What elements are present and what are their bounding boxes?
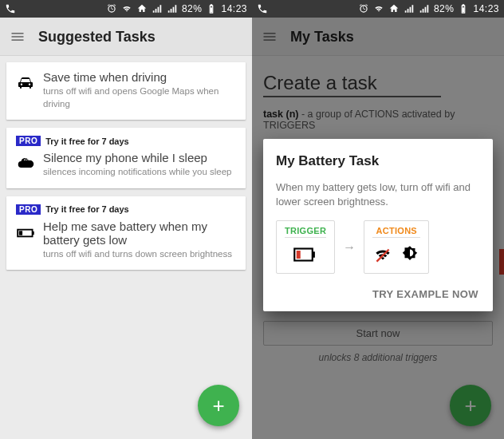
pro-text: Try it free for 7 days <box>45 204 129 214</box>
svg-rect-0 <box>211 7 212 12</box>
content: Save time when driving turns off wifi an… <box>0 56 252 284</box>
phone-right: 82% 14:23 My Tasks Create a task task (n… <box>252 0 504 439</box>
wifi-off-icon <box>372 244 393 265</box>
pro-badge: PRO <box>16 204 41 215</box>
status-bar: 82% 14:23 <box>252 0 504 18</box>
status-left <box>5 3 16 14</box>
battery-pct: 82% <box>434 3 455 14</box>
svg-rect-2 <box>12 36 24 38</box>
wifi-icon <box>121 3 132 14</box>
battery-pct: 82% <box>182 3 203 14</box>
svg-rect-14 <box>297 251 301 259</box>
status-left <box>257 3 268 14</box>
signal-icon <box>152 3 163 14</box>
page-title: Suggested Tasks <box>38 29 156 45</box>
dialog-boxes: TRIGGER → ACTIONS <box>276 220 480 274</box>
task-title: Help me save battery when my battery get… <box>43 220 236 247</box>
dialog-title: My Battery Task <box>276 153 480 169</box>
wifi-icon <box>373 3 384 14</box>
example-dialog: My Battery Task When my battery gets low… <box>263 139 493 311</box>
signal2-icon <box>167 3 178 14</box>
try-example-button[interactable]: TRY EXAMPLE NOW <box>276 282 480 303</box>
arrow-icon: → <box>343 240 356 255</box>
brightness-icon <box>400 244 420 265</box>
trigger-label: TRIGGER <box>285 226 326 238</box>
call-icon <box>257 3 268 14</box>
pro-text: Try it free for 7 days <box>45 136 129 146</box>
svg-rect-7 <box>19 231 22 235</box>
task-sub: turns off wifi and opens Google Maps whe… <box>43 85 236 110</box>
signal-icon <box>404 3 415 14</box>
battery-low-icon <box>16 220 43 261</box>
svg-rect-3 <box>12 39 24 41</box>
car-icon <box>16 70 43 110</box>
status-right: 82% 14:23 <box>358 3 499 14</box>
task-card-driving[interactable]: Save time when driving turns off wifi an… <box>6 62 246 120</box>
menu-icon[interactable] <box>10 29 26 45</box>
dialog-desc: When my battery gets low, turn off wifi … <box>276 180 480 209</box>
signal2-icon <box>419 3 430 14</box>
call-icon <box>5 3 16 14</box>
home-icon <box>136 3 148 14</box>
clock-label: 14:23 <box>473 3 499 14</box>
task-title: Save time when driving <box>43 70 236 84</box>
task-sub: turns off wifi and turns down screen bri… <box>43 248 236 261</box>
task-title: Silence my phone while I sleep <box>43 151 236 164</box>
status-right: 82% 14:23 <box>106 3 247 14</box>
alarm-icon <box>106 3 117 14</box>
svg-text:Zzz: Zzz <box>23 156 31 161</box>
svg-rect-8 <box>463 7 464 12</box>
app-bar: Suggested Tasks <box>0 18 252 56</box>
svg-rect-6 <box>33 231 34 234</box>
phone-left: 82% 14:23 Suggested Tasks Save time when… <box>0 0 252 439</box>
alarm-icon <box>358 3 369 14</box>
clock-label: 14:23 <box>221 3 247 14</box>
svg-rect-1 <box>12 33 24 34</box>
actions-box[interactable]: ACTIONS <box>364 220 429 274</box>
task-card-battery[interactable]: PRO Try it free for 7 days Help me save … <box>6 196 246 271</box>
battery-low-icon <box>293 246 317 263</box>
trigger-box[interactable]: TRIGGER <box>276 220 335 274</box>
actions-label: ACTIONS <box>372 226 420 238</box>
task-card-sleep[interactable]: PRO Try it free for 7 days Zzz Silence m… <box>6 128 246 188</box>
pro-badge: PRO <box>16 136 41 146</box>
battery-icon <box>458 3 469 14</box>
svg-rect-13 <box>313 252 315 259</box>
fab-add[interactable]: + <box>198 385 239 426</box>
battery-icon <box>206 3 217 14</box>
sleep-cloud-icon: Zzz <box>16 151 43 179</box>
home-icon <box>388 3 400 14</box>
status-bar: 82% 14:23 <box>0 0 252 18</box>
task-sub: silences incoming notifications while yo… <box>43 166 236 179</box>
